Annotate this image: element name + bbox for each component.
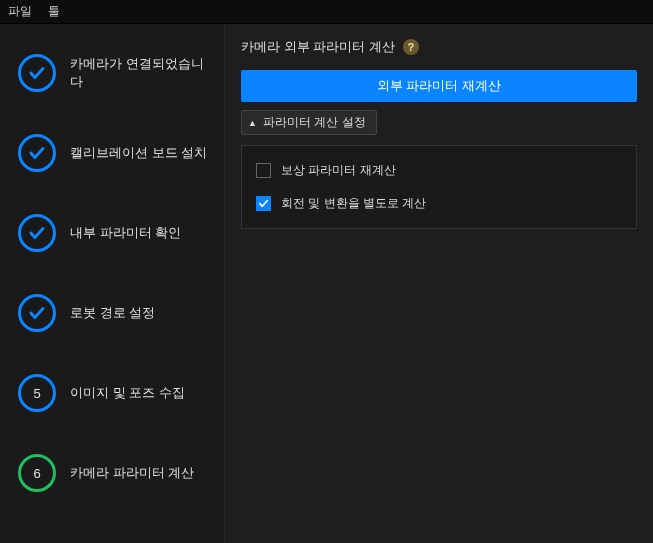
step-label: 이미지 및 포즈 수집 — [70, 384, 185, 402]
recalculate-button[interactable]: 외부 파라미터 재계산 — [241, 70, 637, 102]
checkbox-compensation-recalc[interactable]: 보상 파라미터 재계산 — [256, 162, 622, 179]
checkbox-box — [256, 163, 271, 178]
step-number-icon: 6 — [18, 454, 56, 492]
step-number: 5 — [33, 386, 40, 401]
step-label: 카메라 파라미터 계산 — [70, 464, 194, 482]
step-camera-params[interactable]: 6 카메라 파라미터 계산 — [18, 454, 214, 492]
step-number-icon: 5 — [18, 374, 56, 412]
menu-tools[interactable]: 툴 — [48, 3, 60, 20]
check-icon — [18, 214, 56, 252]
accordion-label: 파라미터 계산 설정 — [263, 114, 366, 131]
menubar: 파일 툴 — [0, 0, 653, 24]
step-number: 6 — [33, 466, 40, 481]
step-label: 내부 파라미터 확인 — [70, 224, 181, 242]
check-icon — [18, 54, 56, 92]
step-robot-path[interactable]: 로봇 경로 설정 — [18, 294, 214, 332]
menu-file[interactable]: 파일 — [8, 3, 32, 20]
step-camera-connected[interactable]: 카메라가 연결되었습니다 — [18, 54, 214, 92]
page-title: 카메라 외부 파라미터 계산 — [241, 38, 395, 56]
step-label: 카메라가 연결되었습니다 — [70, 55, 214, 91]
settings-panel: 보상 파라미터 재계산 회전 및 변환을 별도로 계산 — [241, 145, 637, 229]
checkbox-box — [256, 196, 271, 211]
checkbox-calc-separately[interactable]: 회전 및 변환을 별도로 계산 — [256, 195, 622, 212]
step-label: 로봇 경로 설정 — [70, 304, 155, 322]
step-collect-images[interactable]: 5 이미지 및 포즈 수집 — [18, 374, 214, 412]
check-icon — [18, 294, 56, 332]
content: 카메라가 연결되었습니다 캘리브레이션 보드 설치 내부 파라미터 확인 로봇 … — [0, 24, 653, 543]
main-panel: 카메라 외부 파라미터 계산 ? 외부 파라미터 재계산 ▲ 파라미터 계산 설… — [225, 24, 653, 543]
step-label: 캘리브레이션 보드 설치 — [70, 144, 207, 162]
checkbox-label: 회전 및 변환을 별도로 계산 — [281, 195, 426, 212]
checkbox-label: 보상 파라미터 재계산 — [281, 162, 396, 179]
step-intrinsic-params[interactable]: 내부 파라미터 확인 — [18, 214, 214, 252]
settings-accordion-toggle[interactable]: ▲ 파라미터 계산 설정 — [241, 110, 377, 135]
check-icon — [18, 134, 56, 172]
sidebar: 카메라가 연결되었습니다 캘리브레이션 보드 설치 내부 파라미터 확인 로봇 … — [0, 24, 225, 543]
header-row: 카메라 외부 파라미터 계산 ? — [241, 38, 637, 56]
chevron-up-icon: ▲ — [248, 118, 257, 128]
help-icon[interactable]: ? — [403, 39, 419, 55]
step-calibration-board[interactable]: 캘리브레이션 보드 설치 — [18, 134, 214, 172]
